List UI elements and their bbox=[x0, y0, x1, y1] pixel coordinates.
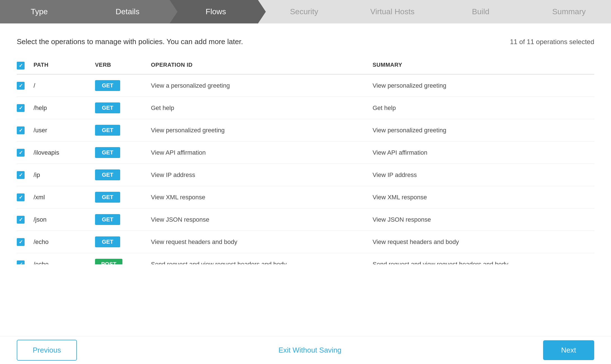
col-verb: VERB bbox=[95, 62, 151, 70]
wizard-steps: TypeDetailsFlowsSecurityVirtual HostsBui… bbox=[0, 0, 611, 23]
row-4-checkbox-cell[interactable] bbox=[17, 171, 34, 179]
row-7-verb-badge: GET bbox=[95, 236, 120, 247]
col-summary: SUMMARY bbox=[373, 62, 594, 70]
row-2-checkbox[interactable] bbox=[17, 126, 25, 134]
row-3-operation-id: View API affirmation bbox=[151, 149, 373, 156]
operations-count-label: operations selected bbox=[536, 38, 594, 46]
row-0-operation-id: View a personalized greeting bbox=[151, 82, 373, 89]
row-6-checkbox-cell[interactable] bbox=[17, 216, 34, 224]
row-5-verb-cell: GET bbox=[95, 192, 151, 203]
row-1-checkbox-cell[interactable] bbox=[17, 104, 34, 112]
col-path: PATH bbox=[34, 62, 95, 70]
step-build[interactable]: Build bbox=[434, 0, 523, 23]
table-header: PATH VERB OPERATION ID SUMMARY bbox=[17, 57, 594, 75]
row-4-operation-id: View IP address bbox=[151, 171, 373, 179]
row-8-verb-cell: POST bbox=[95, 259, 151, 264]
table-row: /echoGETView request headers and bodyVie… bbox=[17, 231, 594, 253]
row-7-checkbox[interactable] bbox=[17, 238, 25, 246]
row-2-summary: View personalized greeting bbox=[373, 127, 594, 134]
table-body: /GETView a personalized greetingView per… bbox=[17, 75, 594, 264]
row-4-checkbox[interactable] bbox=[17, 171, 25, 179]
row-1-path: /help bbox=[34, 104, 95, 112]
row-5-path: /xml bbox=[34, 194, 95, 201]
step-type[interactable]: Type bbox=[0, 0, 81, 23]
step-summary[interactable]: Summary bbox=[523, 0, 611, 23]
row-4-verb-badge: GET bbox=[95, 169, 120, 180]
row-6-path: /json bbox=[34, 216, 95, 223]
row-8-checkbox[interactable] bbox=[17, 260, 25, 265]
table-row: /echoPOSTSend request and view request h… bbox=[17, 253, 594, 264]
next-button[interactable]: Next bbox=[543, 340, 594, 360]
row-0-verb-cell: GET bbox=[95, 80, 151, 91]
row-6-verb-badge: GET bbox=[95, 214, 120, 225]
table-row: /helpGETGet helpGet help bbox=[17, 97, 594, 119]
table-row: /ipGETView IP addressView IP address bbox=[17, 164, 594, 186]
row-7-path: /echo bbox=[34, 238, 95, 246]
step-security[interactable]: Security bbox=[258, 0, 346, 23]
row-8-summary: Send request and view request headers an… bbox=[373, 261, 594, 265]
row-5-verb-badge: GET bbox=[95, 192, 120, 203]
row-3-verb-cell: GET bbox=[95, 147, 151, 158]
step-details[interactable]: Details bbox=[81, 0, 170, 23]
row-5-summary: View XML response bbox=[373, 194, 594, 201]
select-all-checkbox[interactable] bbox=[17, 62, 25, 70]
row-7-operation-id: View request headers and body bbox=[151, 238, 373, 246]
row-3-checkbox-cell[interactable] bbox=[17, 149, 34, 157]
row-2-operation-id: View personalized greeting bbox=[151, 127, 373, 134]
col-operation-id: OPERATION ID bbox=[151, 62, 373, 70]
row-2-checkbox-cell[interactable] bbox=[17, 126, 34, 134]
row-0-path: / bbox=[34, 82, 95, 89]
row-0-summary: View personalized greeting bbox=[373, 82, 594, 89]
step-virtual-hosts[interactable]: Virtual Hosts bbox=[346, 0, 434, 23]
row-7-verb-cell: GET bbox=[95, 236, 151, 247]
table-row: /xmlGETView XML responseView XML respons… bbox=[17, 186, 594, 209]
row-0-verb-badge: GET bbox=[95, 80, 120, 91]
page-header: Select the operations to manage with pol… bbox=[17, 37, 594, 46]
table-row: /userGETView personalized greetingView p… bbox=[17, 119, 594, 142]
row-2-verb-badge: GET bbox=[95, 125, 120, 136]
row-1-operation-id: Get help bbox=[151, 104, 373, 112]
row-0-checkbox[interactable] bbox=[17, 82, 25, 90]
row-1-summary: Get help bbox=[373, 104, 594, 112]
operations-count: 11 of 11 operations selected bbox=[510, 38, 594, 46]
main-content: Select the operations to manage with pol… bbox=[0, 23, 611, 336]
table-row: /jsonGETView JSON responseView JSON resp… bbox=[17, 209, 594, 231]
row-2-verb-cell: GET bbox=[95, 125, 151, 136]
row-6-operation-id: View JSON response bbox=[151, 216, 373, 223]
row-8-path: /echo bbox=[34, 261, 95, 265]
row-7-summary: View request headers and body bbox=[373, 238, 594, 246]
row-6-summary: View JSON response bbox=[373, 216, 594, 223]
row-1-verb-badge: GET bbox=[95, 102, 120, 113]
step-flows[interactable]: Flows bbox=[170, 0, 258, 23]
row-1-verb-cell: GET bbox=[95, 102, 151, 113]
row-4-verb-cell: GET bbox=[95, 169, 151, 180]
row-5-checkbox[interactable] bbox=[17, 193, 25, 201]
row-8-checkbox-cell[interactable] bbox=[17, 260, 34, 265]
row-7-checkbox-cell[interactable] bbox=[17, 238, 34, 246]
page-description: Select the operations to manage with pol… bbox=[17, 37, 243, 46]
exit-button[interactable]: Exit Without Saving bbox=[278, 346, 341, 355]
table-row: /GETView a personalized greetingView per… bbox=[17, 75, 594, 97]
row-0-checkbox-cell[interactable] bbox=[17, 82, 34, 90]
row-5-checkbox-cell[interactable] bbox=[17, 193, 34, 201]
row-6-verb-cell: GET bbox=[95, 214, 151, 225]
row-4-path: /ip bbox=[34, 171, 95, 179]
row-6-checkbox[interactable] bbox=[17, 216, 25, 224]
previous-button[interactable]: Previous bbox=[17, 340, 77, 361]
row-8-operation-id: Send request and view request headers an… bbox=[151, 261, 373, 265]
row-2-path: /user bbox=[34, 127, 95, 134]
row-3-checkbox[interactable] bbox=[17, 149, 25, 157]
table-row: /iloveapisGETView API affirmationView AP… bbox=[17, 142, 594, 164]
row-4-summary: View IP address bbox=[373, 171, 594, 179]
footer: Previous Exit Without Saving Next bbox=[0, 336, 611, 364]
row-3-verb-badge: GET bbox=[95, 147, 120, 158]
operations-count-highlight: 11 of 11 bbox=[510, 38, 534, 46]
row-3-summary: View API affirmation bbox=[373, 149, 594, 156]
row-1-checkbox[interactable] bbox=[17, 104, 25, 112]
row-3-path: /iloveapis bbox=[34, 149, 95, 156]
row-5-operation-id: View XML response bbox=[151, 194, 373, 201]
row-8-verb-badge: POST bbox=[95, 259, 122, 264]
header-checkbox-cell[interactable] bbox=[17, 62, 34, 70]
